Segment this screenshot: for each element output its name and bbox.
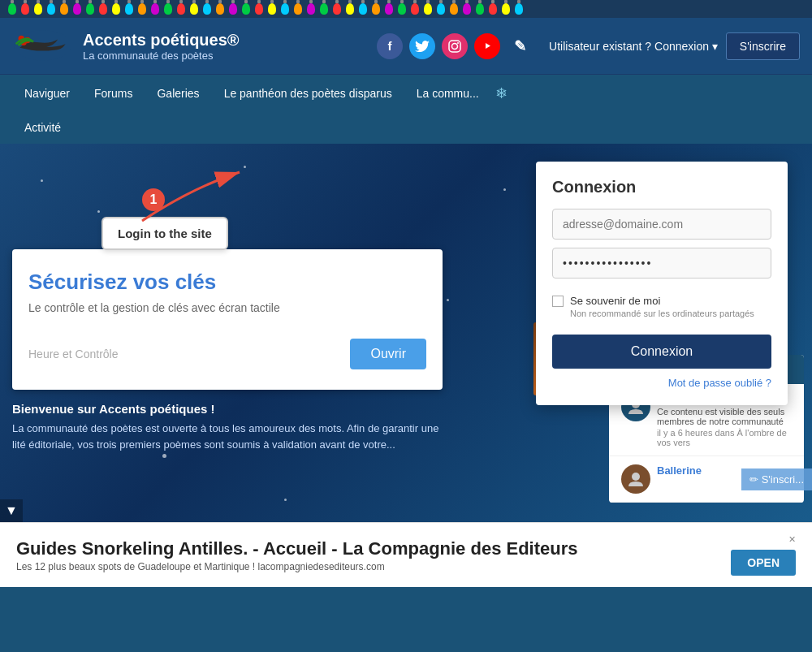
svg-rect-4 bbox=[449, 41, 460, 52]
email-input[interactable] bbox=[552, 209, 771, 240]
welcome-section: Bienvenue sur Accents poétiques ! La com… bbox=[12, 402, 443, 452]
christmas-light-9 bbox=[125, 3, 133, 15]
connexion-submit-button[interactable]: Connexion bbox=[552, 335, 771, 369]
twitter-icon[interactable] bbox=[409, 33, 435, 59]
christmas-light-10 bbox=[138, 3, 146, 15]
navbar: Naviguer Forums Galeries Le panthéon des… bbox=[0, 75, 812, 111]
lights-bar: // Will be rendered after page load bbox=[0, 0, 812, 18]
bottom-ad-right: ✕ OPEN bbox=[731, 534, 796, 576]
ad-card-row: Heure et Contrôle Ouvrir bbox=[28, 339, 426, 369]
header-right: Utilisateur existant ? Connexion ▾ S'ins… bbox=[549, 32, 800, 60]
instagram-icon[interactable] bbox=[442, 33, 468, 59]
logo-area: Accents poétiques® La communauté des poè… bbox=[12, 28, 377, 64]
christmas-light-19 bbox=[255, 3, 263, 15]
welcome-title: Bienvenue sur Accents poétiques ! bbox=[12, 402, 443, 416]
welcome-text: La communauté des poètes est ouverte à t… bbox=[12, 421, 443, 452]
remember-checkbox[interactable] bbox=[552, 296, 564, 307]
bottom-ad-banner: Guides Snorkeling Antilles. - Accueil - … bbox=[0, 522, 812, 587]
popup-title: Connexion bbox=[552, 178, 771, 196]
christmas-light-24 bbox=[320, 3, 328, 15]
svg-point-11 bbox=[632, 473, 640, 481]
scroll-button[interactable]: ▼ bbox=[0, 499, 23, 522]
activity-avatar-2 bbox=[621, 464, 650, 494]
christmas-light-20 bbox=[268, 3, 276, 15]
social-icons: f ✎ bbox=[377, 33, 533, 59]
christmas-light-29 bbox=[385, 3, 393, 15]
remember-label: Se souvenir de moi bbox=[570, 295, 754, 307]
connexion-button[interactable]: Utilisateur existant ? Connexion ▾ bbox=[549, 40, 718, 53]
christmas-light-32 bbox=[424, 3, 432, 15]
christmas-light-36 bbox=[476, 3, 484, 15]
christmas-light-25 bbox=[333, 3, 341, 15]
christmas-light-23 bbox=[307, 3, 315, 15]
christmas-light-21 bbox=[281, 3, 289, 15]
main-area: 1 Login to the site Sécurisez vos clés L… bbox=[0, 144, 812, 587]
facebook-icon[interactable]: f bbox=[377, 33, 403, 59]
christmas-light-33 bbox=[437, 3, 445, 15]
nav-communaute[interactable]: La commu... bbox=[404, 75, 491, 111]
christmas-light-6 bbox=[86, 3, 94, 15]
nav-galeries[interactable]: Galeries bbox=[145, 75, 211, 111]
christmas-light-31 bbox=[411, 3, 419, 15]
christmas-light-1 bbox=[21, 3, 29, 15]
christmas-light-37 bbox=[489, 3, 497, 15]
christmas-light-3 bbox=[47, 3, 55, 15]
christmas-light-22 bbox=[294, 3, 302, 15]
christmas-light-13 bbox=[177, 3, 185, 15]
christmas-light-38 bbox=[502, 3, 510, 15]
svg-point-5 bbox=[452, 43, 458, 49]
connexion-popup: Connexion Se souvenir de moi Non recomma… bbox=[536, 162, 788, 405]
christmas-light-17 bbox=[229, 3, 237, 15]
left-panel: 1 Login to the site Sécurisez vos clés L… bbox=[0, 144, 601, 587]
christmas-light-4 bbox=[60, 3, 68, 15]
christmas-light-7 bbox=[99, 3, 107, 15]
christmas-light-15 bbox=[203, 3, 211, 15]
password-input[interactable] bbox=[552, 248, 771, 279]
ad-card-label: Heure et Contrôle bbox=[28, 348, 119, 361]
activity-desc-1: Ce contenu est visible des seuls membres… bbox=[657, 407, 792, 426]
christmas-light-34 bbox=[450, 3, 458, 15]
christmas-light-12 bbox=[164, 3, 172, 15]
site-tagline: La communauté des poètes bbox=[83, 50, 240, 62]
christmas-light-27 bbox=[359, 3, 367, 15]
nav-activite[interactable]: Activité bbox=[12, 110, 73, 146]
activity-meta-1: il y a 6 heures dans À l'ombre de vos ve… bbox=[657, 428, 792, 447]
annotation-arrow bbox=[134, 164, 248, 229]
christmas-light-5 bbox=[73, 3, 81, 15]
christmas-light-39 bbox=[515, 3, 523, 15]
christmas-light-26 bbox=[346, 3, 354, 15]
christmas-light-18 bbox=[242, 3, 250, 15]
youtube-icon[interactable] bbox=[474, 33, 500, 59]
site-info: Accents poétiques® La communauté des poè… bbox=[83, 30, 240, 62]
s-inscrire-button[interactable]: S'inscrire bbox=[726, 32, 800, 60]
nav-naviguer[interactable]: Naviguer bbox=[12, 75, 82, 111]
svg-point-6 bbox=[457, 42, 459, 44]
remember-text: Se souvenir de moi Non recommandé sur le… bbox=[570, 295, 754, 318]
open-button[interactable]: OPEN bbox=[731, 550, 796, 576]
nav-pantheon[interactable]: Le panthéon des poètes disparus bbox=[212, 75, 404, 111]
pen-icon: ✎ bbox=[507, 33, 533, 59]
snowflake-icon: ❄ bbox=[495, 84, 508, 102]
christmas-light-16 bbox=[216, 3, 224, 15]
christmas-light-28 bbox=[372, 3, 380, 15]
ad-card-title: Sécurisez vos clés bbox=[28, 270, 426, 295]
ad-close-button[interactable]: ✕ bbox=[788, 534, 796, 545]
bottom-ad-text: Guides Snorkeling Antilles. - Accueil - … bbox=[16, 538, 731, 572]
bottom-ad-subtitle: Les 12 plus beaux spots de Guadeloupe et… bbox=[16, 561, 731, 572]
christmas-light-0 bbox=[8, 3, 16, 15]
nav-forums[interactable]: Forums bbox=[82, 75, 145, 111]
ad-card: Sécurisez vos clés Le contrôle et la ges… bbox=[12, 249, 443, 390]
christmas-light-14 bbox=[190, 3, 198, 15]
site-name: Accents poétiques® bbox=[83, 30, 240, 50]
christmas-light-8 bbox=[112, 3, 120, 15]
christmas-light-30 bbox=[398, 3, 406, 15]
ouvrir-button[interactable]: Ouvrir bbox=[350, 339, 426, 369]
forgot-password-link[interactable]: Mot de passe oublié ? bbox=[552, 377, 771, 389]
navbar2: Activité bbox=[0, 111, 812, 144]
remember-hint: Non recommandé sur les ordinateurs parta… bbox=[570, 309, 754, 318]
logo-image bbox=[12, 28, 73, 64]
bottom-ad-title: Guides Snorkeling Antilles. - Accueil - … bbox=[16, 538, 731, 559]
s-inscrire-overlay[interactable]: ✏ S'inscri... bbox=[741, 468, 812, 490]
ad-card-subtitle: Le contrôle et la gestion de clés avec é… bbox=[28, 301, 426, 314]
header: Accents poétiques® La communauté des poè… bbox=[0, 18, 812, 75]
